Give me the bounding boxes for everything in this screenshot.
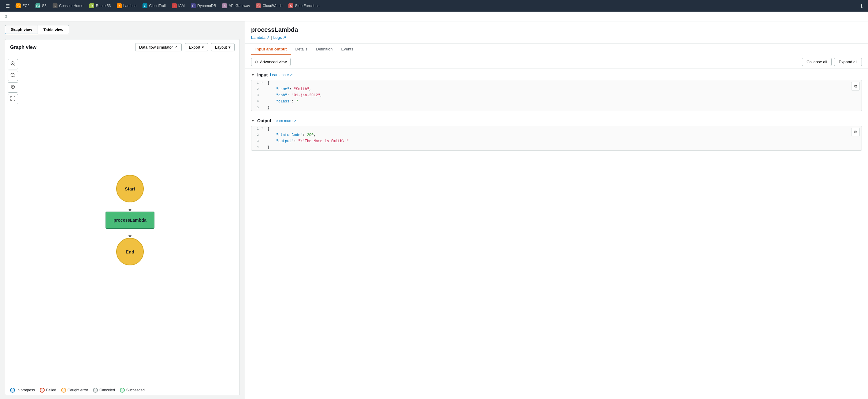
tab-definition[interactable]: Definition [312, 44, 337, 55]
output-line-1: 1 ▾ { [251, 126, 862, 132]
tab-table-view[interactable]: Table view [38, 25, 69, 34]
lambda-link[interactable]: Lambda ↗ [251, 35, 270, 40]
start-label: Start [125, 186, 135, 191]
legend-failed: Failed [40, 388, 56, 393]
output-title: Output [257, 118, 271, 123]
graph-legend: In progress Failed Caught error Canceled [5, 385, 240, 395]
process-lambda-title: processLambda [251, 26, 862, 33]
tab-input-output[interactable]: Input and output [251, 44, 291, 55]
nav-route53[interactable]: R Route 53 [87, 2, 113, 9]
input-copy-button[interactable]: ⧉ [851, 82, 860, 91]
left-panel: Graph view Table view Graph view Data fl… [0, 22, 245, 399]
export-chevron-icon: ▾ [202, 45, 204, 49]
input-section: ▼ Input Learn more ↗ ⧉ 1 ▾ [245, 69, 868, 115]
data-flow-simulator-button[interactable]: Data flow simulator ↗ [135, 43, 182, 52]
dynamodb-icon: D [191, 3, 196, 8]
canceled-dot [93, 388, 98, 393]
route53-icon: R [89, 3, 94, 8]
zoom-out-icon [10, 73, 15, 79]
output-copy-icon: ⧉ [854, 130, 857, 135]
layout-chevron-icon: ▾ [228, 45, 230, 49]
process-lambda-label: processLambda [114, 218, 146, 223]
lambda-icon: λ [117, 3, 122, 8]
nav-ec2[interactable]: EC2 EC2 [13, 2, 32, 9]
output-learn-more-link[interactable]: Learn more ↗ [274, 119, 297, 123]
iam-icon: I [172, 3, 177, 8]
advanced-actions: Collapse all Expand all [802, 58, 862, 66]
nav-console-home[interactable]: ⌂ Console Home [50, 2, 86, 9]
right-header: processLambda Lambda ↗ | Logs ↗ [245, 22, 868, 44]
process-lambda-node[interactable]: processLambda [105, 211, 154, 229]
input-learn-more-link[interactable]: Learn more ↗ [270, 73, 293, 77]
right-panel: processLambda Lambda ↗ | Logs ↗ Input an… [245, 22, 868, 399]
svg-point-8 [12, 86, 13, 88]
tab-graph-view[interactable]: Graph view [5, 25, 38, 34]
graph-tools [5, 55, 21, 385]
graph-canvas: Start processLambda [21, 55, 240, 385]
svg-line-3 [14, 65, 15, 65]
legend-in-progress: In progress [10, 388, 35, 393]
layout-button[interactable]: Layout ▾ [211, 43, 235, 52]
export-button[interactable]: Export ▾ [185, 43, 208, 52]
output-line-3: 3 "output": "\"The Name is Smith\"" [251, 138, 862, 144]
output-section-header: ▼ Output Learn more ↗ [251, 118, 862, 123]
collapse-all-button[interactable]: Collapse all [802, 58, 832, 66]
start-node[interactable]: Start [116, 175, 144, 202]
external-link-icon: ↗ [174, 45, 178, 49]
flow-diagram: Start processLambda [105, 175, 154, 265]
tab-events[interactable]: Events [337, 44, 358, 55]
content-area: Graph view Table view Graph view Data fl… [0, 22, 868, 399]
input-line-3: 3 "dob": "01-jan-2012", [251, 92, 862, 98]
tab-details[interactable]: Details [291, 44, 312, 55]
nav-api-gateway[interactable]: A API Gateway [220, 2, 252, 9]
hamburger-menu[interactable]: ☰ [3, 2, 12, 10]
arrow-start-to-process [130, 202, 130, 211]
nav-s3[interactable]: S3 S3 [33, 2, 49, 9]
input-line-2: 2 "name": "Smith", [251, 86, 862, 92]
nav-step-functions[interactable]: S Step Functions [286, 2, 322, 9]
input-collapse-icon[interactable]: ▼ [251, 73, 255, 77]
output-collapse-icon[interactable]: ▼ [251, 119, 255, 123]
copy-icon: ⧉ [854, 84, 857, 89]
nav-lambda[interactable]: λ Lambda [114, 2, 139, 9]
right-content[interactable]: ⊙ Advanced view Collapse all Expand all … [245, 55, 868, 399]
input-line-4: 4 "class": 7 [251, 98, 862, 105]
output-line-2: 2 "statusCode": 200, [251, 132, 862, 138]
logs-link[interactable]: Logs ↗ [273, 35, 286, 40]
right-links: Lambda ↗ | Logs ↗ [251, 35, 862, 40]
ec2-icon: EC2 [16, 3, 21, 8]
top-code-bar: 3 [0, 12, 868, 22]
legend-succeeded: Succeeded [120, 388, 145, 393]
expand-all-button[interactable]: Expand all [834, 58, 862, 66]
center-button[interactable] [8, 82, 18, 93]
output-code-block: ⧉ 1 ▾ { 2 "statusCode": 200, [251, 126, 862, 151]
learn-more-external-icon: ↗ [290, 73, 293, 77]
output-line-4: 4 } [251, 144, 862, 151]
input-title: Input [257, 72, 268, 77]
zoom-out-button[interactable] [8, 71, 18, 81]
nav-cloudtrail[interactable]: C CloudTrail [140, 2, 168, 9]
lambda-external-link-icon: ↗ [267, 35, 270, 40]
nav-cloudwatch[interactable]: C CloudWatch [253, 2, 285, 9]
step-functions-icon: S [288, 3, 293, 8]
info-icon[interactable]: ℹ [858, 2, 865, 10]
arrow-process-to-end [130, 229, 130, 238]
zoom-in-button[interactable] [8, 59, 18, 69]
end-label: End [126, 249, 134, 254]
end-node[interactable]: End [116, 238, 144, 265]
nav-iam[interactable]: I IAM [169, 2, 187, 9]
s3-icon: S3 [35, 3, 40, 8]
input-line-5: 5 } [251, 105, 862, 111]
nav-dynamodb[interactable]: D DynamoDB [188, 2, 218, 9]
succeeded-dot [120, 388, 125, 393]
fit-button[interactable] [8, 94, 18, 104]
graph-view-title: Graph view [10, 45, 132, 50]
top-nav: ☰ EC2 EC2 S3 S3 ⌂ Console Home R Route 5… [0, 0, 868, 12]
in-progress-dot [10, 388, 15, 393]
output-copy-button[interactable]: ⧉ [851, 128, 860, 136]
cloudtrail-icon: C [143, 3, 148, 8]
toggle-icon: ⊙ [255, 60, 258, 64]
input-section-header: ▼ Input Learn more ↗ [251, 72, 862, 77]
graph-header: Graph view Data flow simulator ↗ Export … [5, 39, 240, 55]
advanced-view-button[interactable]: ⊙ Advanced view [251, 58, 290, 66]
